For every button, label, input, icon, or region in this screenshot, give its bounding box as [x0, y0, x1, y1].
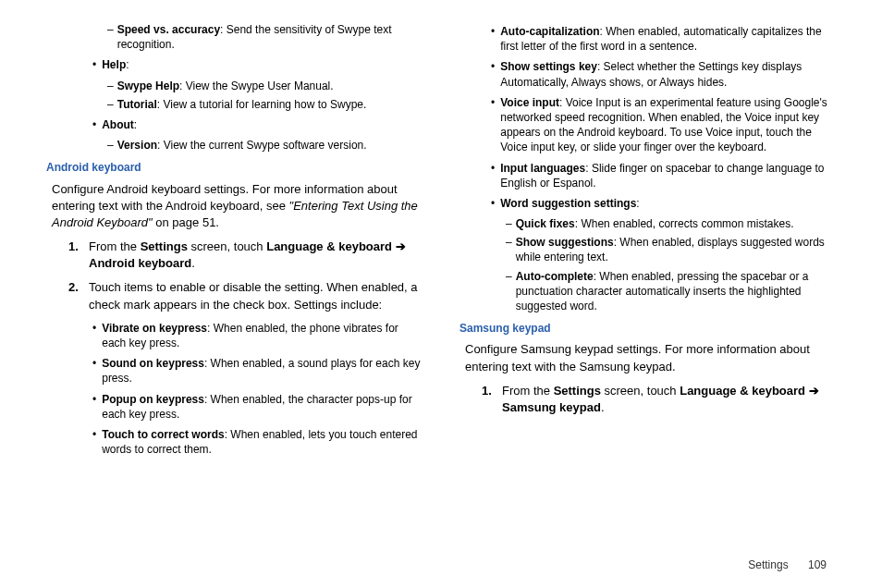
desc: : View the current Swype software versio…: [157, 139, 367, 152]
label: Swype Help: [117, 80, 179, 92]
heading-samsung-keypad: Samsung keypad: [459, 321, 836, 336]
item-help: •Help:: [92, 57, 423, 72]
item-vibrate: •Vibrate on keypress: When enabled, the …: [92, 321, 423, 350]
step-number: 1.: [482, 383, 502, 416]
item-touch-correct: •Touch to correct words: When enabled, l…: [92, 427, 423, 457]
step-2: 2. Touch items to enable or disable the …: [68, 279, 423, 312]
step-body: From the Settings screen, touch Language…: [89, 239, 423, 272]
step-body: Touch items to enable or disable the set…: [89, 279, 423, 312]
label: Vibrate on keypress: [102, 322, 207, 335]
label: Voice input: [500, 96, 559, 109]
section-name: Settings: [748, 558, 788, 571]
item-about: •About:: [92, 117, 423, 132]
item-quick-fixes: –Quick fixes: When enabled, corrects com…: [506, 216, 836, 231]
step-1-samsung: 1. From the Settings screen, touch Langu…: [482, 383, 836, 416]
label: Auto-capitalization: [500, 25, 599, 38]
item-auto-complete: –Auto-complete: When enabled, pressing t…: [506, 269, 836, 314]
text: on page 51.: [153, 215, 219, 229]
label: Quick fixes: [516, 217, 575, 230]
heading-android-keyboard: Android keyboard: [46, 160, 423, 175]
label: Sound on keypress: [102, 357, 204, 370]
page-footer: Settings 109: [748, 558, 827, 571]
label: Tutorial: [117, 98, 157, 111]
item-word-suggestion: •Word suggestion settings:: [491, 196, 836, 211]
desc: :: [636, 197, 639, 210]
label: Help: [102, 58, 126, 71]
label: Show settings key: [500, 60, 597, 73]
item-auto-cap: •Auto-capitalization: When enabled, auto…: [491, 24, 836, 54]
desc: :: [134, 118, 137, 131]
label: Popup on keypress: [102, 393, 204, 406]
label: Show suggestions: [516, 236, 614, 249]
item-swype-help: –Swype Help: View the Swype User Manual.: [107, 79, 423, 93]
step-1: 1. From the Settings screen, touch Langu…: [68, 239, 423, 272]
desc: : View a tutorial for learning how to Sw…: [157, 98, 367, 111]
left-column: –Speed vs. accuracy: Send the sensitivit…: [46, 18, 423, 462]
label: Touch to correct words: [102, 428, 224, 441]
step-number: 1.: [68, 239, 89, 272]
item-speed-vs-accuracy: –Speed vs. accuracy: Send the sensitivit…: [107, 22, 423, 52]
desc: :: [126, 58, 129, 71]
step-body: From the Settings screen, touch Language…: [502, 383, 836, 416]
right-column: •Auto-capitalization: When enabled, auto…: [459, 18, 836, 462]
item-tutorial: –Tutorial: View a tutorial for learning …: [107, 97, 423, 112]
page-columns: –Speed vs. accuracy: Send the sensitivit…: [46, 18, 836, 462]
desc: : When enabled, corrects common mistakes…: [575, 217, 794, 230]
step-number: 2.: [68, 279, 89, 312]
para-android-keyboard: Configure Android keyboard settings. For…: [52, 181, 423, 232]
label: Auto-complete: [516, 270, 594, 283]
label: Speed vs. accuracy: [117, 23, 220, 36]
item-popup: •Popup on keypress: When enabled, the ch…: [92, 392, 423, 422]
para-samsung-keypad: Configure Samsung keypad settings. For m…: [465, 341, 836, 374]
label: Input languages: [500, 162, 585, 175]
item-voice-input: •Voice input: Voice Input is an experime…: [491, 95, 836, 155]
item-version: –Version: View the current Swype softwar…: [107, 138, 423, 153]
item-sound: •Sound on keypress: When enabled, a soun…: [92, 356, 423, 386]
label: Word suggestion settings: [500, 197, 636, 210]
label: About: [102, 118, 134, 131]
item-show-settings-key: •Show settings key: Select whether the S…: [491, 59, 836, 89]
item-input-languages: •Input languages: Slide finger on spaceb…: [491, 161, 836, 190]
desc: : View the Swype User Manual.: [179, 80, 334, 92]
item-show-suggestions: –Show suggestions: When enabled, display…: [506, 235, 836, 264]
label: Version: [117, 139, 157, 152]
page-number: 109: [808, 558, 827, 571]
